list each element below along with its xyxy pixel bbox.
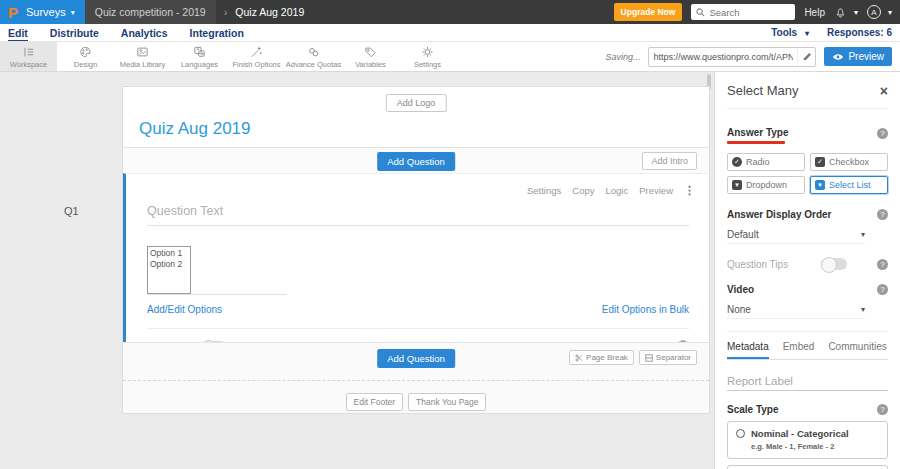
global-search[interactable] [691,4,795,20]
editor-toolbar: Workspace Design Media Library Languages… [0,42,900,72]
answer-type-label: Answer Type [727,127,789,138]
page-break-icon [575,354,583,362]
question-number: Q1 [64,205,79,217]
panel-tabs: Metadata Embed Communities [727,334,888,360]
help-icon[interactable]: ? [877,284,888,295]
survey-canvas: Add Logo Quiz Aug 2019 Add Question Add … [122,86,710,414]
answer-type-select-list[interactable]: ▾ Select List [810,176,888,194]
question-logic-link[interactable]: Logic [605,185,628,196]
scale-option-nominal-categorical[interactable]: Nominal - Categorical e.g. Male - 1, Fem… [727,421,888,459]
survey-title[interactable]: Quiz Aug 2019 [139,119,251,139]
top-header: P Surveys ▾ Quiz competition - 2019 › Qu… [0,0,900,24]
survey-header-section: Add Logo Quiz Aug 2019 [123,87,709,147]
question-block[interactable]: Settings Copy Logic Preview ⋮ Question T… [123,173,709,342]
dropdown-icon: ▾ [732,180,742,190]
tab-embed[interactable]: Embed [783,334,815,359]
tab-distribute[interactable]: Distribute [50,25,99,40]
radio-icon [736,429,745,438]
survey-url-input[interactable] [649,52,797,62]
help-icon[interactable]: ? [877,209,888,220]
toolbar-finish-options[interactable]: Finish Options [228,42,285,71]
answer-type-checkbox[interactable]: ✓ Checkbox [810,153,888,171]
search-input[interactable] [709,7,789,18]
toolbar-languages[interactable]: Languages [171,42,228,71]
breadcrumb-separator: › [216,0,236,24]
more-options-icon[interactable]: ⋮ [684,184,695,197]
toolbar-advance-quotas[interactable]: Advance Quotas [285,42,342,71]
help-icon[interactable]: ? [877,128,888,139]
questionpro-logo: P [0,4,26,21]
tab-edit[interactable]: Edit [8,25,28,41]
help-icon[interactable]: ? [877,404,888,415]
surveys-menu[interactable]: P Surveys ▾ [0,0,85,24]
edit-footer-button[interactable]: Edit Footer [346,393,404,411]
add-intro-button[interactable]: Add Intro [642,152,697,170]
notifications-menu[interactable]: ▾ [834,6,858,19]
options-list-wrap: Option 1 Option 2 [147,246,287,295]
tools-menu[interactable]: Tools ▾ [771,27,809,38]
search-icon [696,8,705,17]
scale-type-label: Scale Type [727,404,779,415]
add-question-button-top[interactable]: Add Question [377,152,455,171]
answer-display-order-select[interactable]: Default ▾ [727,229,865,244]
toolbar-workspace[interactable]: Workspace [0,42,57,71]
tab-communities[interactable]: Communities [828,334,886,359]
toolbar-settings[interactable]: Settings [399,42,456,71]
edit-url-button[interactable] [797,48,815,66]
chevron-down-icon: ▾ [861,230,865,239]
upgrade-now-button[interactable]: Upgrade Now [614,3,683,21]
question-preview-link[interactable]: Preview [639,185,673,196]
help-icon[interactable]: ? [877,259,888,270]
chevron-down-icon: ▾ [854,8,858,17]
answer-display-order-label: Answer Display Order [727,209,831,220]
chevron-down-icon: ▾ [888,8,892,17]
add-edit-options-link[interactable]: Add/Edit Options [147,304,222,315]
eye-icon [832,53,844,61]
tab-metadata[interactable]: Metadata [727,334,769,359]
option-item: Option 1 [150,248,188,259]
question-settings-link[interactable]: Settings [527,185,561,196]
add-question-strip-top: Add Question Add Intro [123,147,709,173]
help-link[interactable]: Help [804,7,825,18]
scale-option-nominal-numeric[interactable]: Nominal - Numeric e.g. Number of cars (1… [727,465,888,469]
chevron-down-icon: ▾ [861,305,865,314]
answer-type-radio[interactable]: ✓ Radio [727,153,805,171]
thank-you-page-button[interactable]: Thank You Page [408,393,486,411]
checkbox-icon: ✓ [815,157,825,167]
answer-type-dropdown[interactable]: ▾ Dropdown [727,176,805,194]
pencil-icon [802,52,812,62]
separator-button[interactable]: Separator [639,350,697,365]
chevron-down-icon: ▾ [805,29,809,38]
edit-options-in-bulk-link[interactable]: Edit Options in Bulk [602,304,689,315]
breadcrumb-parent[interactable]: Quiz competition - 2019 [85,0,216,24]
video-select[interactable]: None ▾ [727,304,865,319]
surveys-label: Surveys [26,6,66,18]
option-item: Option 2 [150,259,188,270]
tab-integration[interactable]: Integration [190,25,244,40]
video-label: Video [727,284,754,295]
responses-count[interactable]: Responses: 6 [827,27,892,38]
image-icon [135,45,150,59]
tab-analytics[interactable]: Analytics [121,25,168,40]
toolbar-variables[interactable]: Variables [342,42,399,71]
toolbar-design[interactable]: Design [57,42,114,71]
palette-icon [78,45,93,59]
gear-icon [420,45,435,59]
report-label-input[interactable] [727,372,888,391]
workspace-icon [21,45,36,59]
question-text-input[interactable]: Question Text [147,204,689,226]
preview-button[interactable]: Preview [824,47,892,66]
add-question-button-bottom[interactable]: Add Question [377,349,455,368]
add-logo-button[interactable]: Add Logo [386,94,447,112]
add-question-strip-bottom: Add Question Page Break Separator [123,342,709,380]
page-break-button[interactable]: Page Break [569,350,634,365]
close-icon[interactable]: × [880,84,888,98]
question-tips-toggle[interactable] [821,258,847,270]
translate-icon [192,45,207,59]
select-list-preview[interactable]: Option 1 Option 2 [147,246,191,294]
select-list-icon: ▾ [815,180,825,190]
question-tips-label: Question Tips [727,259,788,270]
account-menu[interactable]: A ▾ [867,5,892,19]
toolbar-media-library[interactable]: Media Library [114,42,171,71]
question-copy-link[interactable]: Copy [572,185,594,196]
